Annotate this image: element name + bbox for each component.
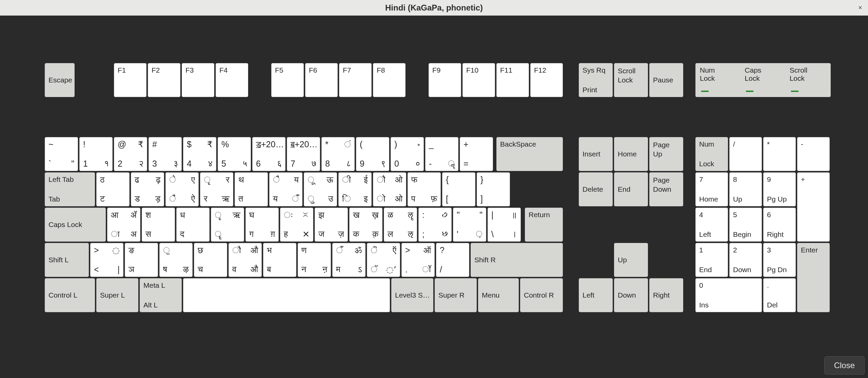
key-numpad-8[interactable]: 8Up	[729, 172, 762, 206]
key-row3-1[interactable]: शस	[142, 208, 175, 242]
key-row2-8[interactable]: ◌ौओ◌ोओ	[373, 172, 406, 206]
key-row4-0[interactable]: ङञ	[125, 243, 158, 277]
key-page-down[interactable]: Page Down	[649, 172, 683, 206]
key-row2-1[interactable]: ढढ़डड़	[131, 172, 164, 206]
key-row3-6[interactable]: झजज़	[315, 208, 348, 242]
key-numpad-6[interactable]: 6Right	[763, 208, 796, 242]
key-right-arrow[interactable]: Right	[649, 278, 683, 312]
key-numpad-enter[interactable]: Enter	[797, 243, 830, 312]
key-level3-shift[interactable]: Level3 S…	[391, 278, 433, 312]
key-row3-3[interactable]: ◌ृऋ◌ॄ	[211, 208, 244, 242]
key-row1-11[interactable]: _-◌ॣ	[425, 137, 458, 171]
key-row4-6[interactable]: ◌ँॐमऽ	[332, 243, 366, 277]
key-row2-4[interactable]: थत	[235, 172, 268, 206]
key-shift-r[interactable]: Shift R	[471, 243, 563, 277]
key-numpad-1[interactable]: 1End	[695, 243, 728, 277]
key-f4[interactable]: F4	[216, 63, 248, 97]
key-row2-6[interactable]: ◌ूऊ◌ुउ	[304, 172, 337, 206]
key-numpad-5[interactable]: 5Begin	[729, 208, 762, 242]
key-f7[interactable]: F7	[339, 63, 372, 97]
key-numpad-4[interactable]: 4Left	[695, 208, 728, 242]
key-row4-8[interactable]: >ऑ.◌ॉ	[401, 243, 435, 277]
key-page-up[interactable]: Page Up	[649, 137, 683, 171]
key-row4-9[interactable]: ?/	[436, 243, 469, 277]
key-row1-12[interactable]: +=	[460, 137, 493, 171]
key-row1-1[interactable]: !1१	[79, 137, 113, 171]
key-row2-10[interactable]: {[	[442, 172, 475, 206]
key-row3-0[interactable]: आॲ◌ाअ	[107, 208, 140, 242]
key-row3-7[interactable]: खख़कक़	[349, 208, 382, 242]
close-icon[interactable]: ×	[855, 3, 865, 13]
key-super-l[interactable]: Super L	[96, 278, 138, 312]
key-row2-3[interactable]: ◌ृररऋ	[200, 172, 233, 206]
key-home[interactable]: Home	[614, 137, 648, 171]
key-numpad-7[interactable]: 7Home	[695, 172, 728, 206]
key-row1-0[interactable]: ~`"	[45, 137, 78, 171]
key-row1-7[interactable]: ॿ+20…7७	[287, 137, 320, 171]
key-f10[interactable]: F10	[462, 63, 495, 97]
key-row3-2[interactable]: धद	[176, 208, 210, 242]
key-left-arrow[interactable]: Left	[579, 278, 613, 312]
key-f8[interactable]: F8	[373, 63, 406, 97]
key-f3[interactable]: F3	[182, 63, 214, 97]
key-tab[interactable]: Left Tab Tab	[45, 172, 95, 206]
key-row1-8[interactable]: *◌ं8८	[321, 137, 355, 171]
key-row4-2[interactable]: छच	[194, 243, 227, 277]
key-f9[interactable]: F9	[429, 63, 461, 97]
key-row3-4[interactable]: घगग़	[245, 208, 279, 242]
key-return[interactable]: Return	[525, 208, 563, 242]
key-control-l[interactable]: Control L	[45, 278, 95, 312]
key-row1-2[interactable]: @₹2२	[114, 137, 147, 171]
key-row3-9[interactable]: :꣹;꣸	[418, 208, 452, 242]
key-f1[interactable]: F1	[114, 63, 146, 97]
key-shift-l[interactable]: Shift L	[45, 243, 89, 277]
key-numpad-/[interactable]: /	[729, 137, 762, 171]
key-row4-1[interactable]: ◌ॖषऴ	[159, 243, 193, 277]
key-row1-3[interactable]: #3३	[149, 137, 182, 171]
key-numpad--[interactable]: -	[797, 137, 830, 171]
key-row1-10[interactable]: )॰0०	[391, 137, 424, 171]
key-caps-lock[interactable]: Caps Lock	[45, 208, 106, 242]
key-row1-5[interactable]: %5५	[218, 137, 251, 171]
key-menu[interactable]: Menu	[478, 278, 519, 312]
key-f12[interactable]: F12	[530, 63, 563, 97]
key-row4-3[interactable]: ◌ौऔवऔ	[229, 243, 262, 277]
key-control-r[interactable]: Control R	[520, 278, 563, 312]
key-row1-4[interactable]: $₹4४	[183, 137, 216, 171]
key-numpad-2[interactable]: 2Down	[729, 243, 762, 277]
close-button[interactable]: Close	[824, 356, 865, 375]
key-end[interactable]: End	[614, 172, 648, 206]
key-up-arrow[interactable]: Up	[614, 243, 648, 277]
key-row2-7[interactable]: ◌ीई◌िइ	[338, 172, 372, 206]
key-numpad-9[interactable]: 9Pg Up	[763, 172, 796, 206]
key-row3-11[interactable]: |॥\।	[488, 208, 521, 242]
key-pause[interactable]: Pause	[649, 63, 683, 97]
key-numpad-0[interactable]: 0Ins	[695, 278, 762, 312]
key-numpad-+[interactable]: +	[797, 172, 830, 242]
key-delete[interactable]: Delete	[579, 172, 613, 206]
key-numpad-3[interactable]: 3Pg Dn	[763, 243, 796, 277]
key-insert[interactable]: Insert	[579, 137, 613, 171]
key-row4-7[interactable]: ◌ॆऍ◌ॅ◌ʼ	[367, 243, 400, 277]
key-f11[interactable]: F11	[496, 63, 529, 97]
key-numpad-decimal[interactable]: .Del	[763, 278, 796, 312]
key-row2-5[interactable]: ◌ैयय◌ँ	[269, 172, 302, 206]
key-down-arrow[interactable]: Down	[614, 278, 648, 312]
key-f6[interactable]: F6	[305, 63, 338, 97]
key-row3-5[interactable]: ◌ःᳲह✕	[280, 208, 313, 242]
key-escape[interactable]: Escape	[45, 63, 75, 97]
key-row4-4[interactable]: भब	[263, 243, 296, 277]
key-ltgt[interactable]: > ◌ < |	[90, 243, 123, 277]
key-row3-10[interactable]: ""'◌़	[453, 208, 486, 242]
key-f5[interactable]: F5	[271, 63, 304, 97]
key-row3-8[interactable]: ळॡलऌ	[384, 208, 417, 242]
key-row2-0[interactable]: ठट	[96, 172, 130, 206]
key-super-r[interactable]: Super R	[435, 278, 477, 312]
key-row4-5[interactable]: णनऩ	[298, 243, 331, 277]
key-row1-9[interactable]: (9९	[356, 137, 389, 171]
key-row2-9[interactable]: फपफ़	[408, 172, 441, 206]
key-row2-11[interactable]: }]	[477, 172, 510, 206]
key-f2[interactable]: F2	[148, 63, 180, 97]
key-backspace[interactable]: BackSpace	[496, 137, 563, 171]
key-numpad-*[interactable]: *	[763, 137, 796, 171]
